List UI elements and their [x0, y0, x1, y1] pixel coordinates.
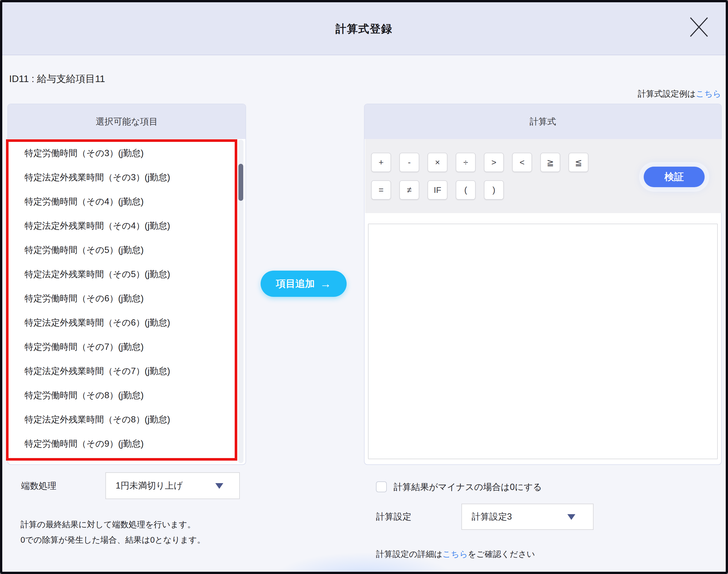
list-item[interactable]: 特定労働時間（その3）(j勤怠) [8, 141, 236, 165]
add-item-button[interactable]: 項目追加 → [261, 271, 347, 297]
formula-example-note: 計算式設定例はこちら [638, 88, 721, 100]
selectable-items-list: 特定労働時間（その3）(j勤怠)特定法定外残業時間（その3）(j勤怠)特定労働時… [8, 141, 236, 459]
operator-button-op0[interactable]: = [371, 180, 391, 200]
rounding-label: 端数処理 [21, 480, 56, 492]
list-scrollbar-thumb[interactable] [239, 164, 243, 201]
arrow-right-icon: → [320, 278, 331, 289]
list-item[interactable]: 特定法定外残業時間（その4）(j勤怠) [8, 214, 236, 238]
formula-example-text: 計算式設定例は [638, 89, 696, 98]
list-item[interactable]: 特定労働時間（その9）(j勤怠) [8, 432, 236, 456]
rounding-selected-value: 1円未満切り上げ [116, 473, 183, 498]
operator-button-op1[interactable]: - [399, 153, 419, 172]
dialog-body: 計算式登録 ID11 : 給与支給項目11 計算式設定例はこちら 選択可能な項目… [2, 2, 726, 572]
calc-setting-selected-value: 計算設定3 [472, 504, 512, 529]
operator-button-op4[interactable]: ) [484, 180, 504, 200]
page-title: 計算式登録 [2, 2, 726, 55]
list-item[interactable]: 特定労働時間（その7）(j勤怠) [8, 335, 236, 359]
operator-button-op2[interactable]: × [428, 153, 447, 172]
list-item[interactable]: 特定労働時間（その5）(j勤怠) [8, 238, 236, 262]
list-item[interactable]: 特定法定外残業時間（その3）(j勤怠) [8, 165, 236, 190]
formula-example-link[interactable]: こちら [696, 89, 721, 98]
detail-suffix: をご確認ください [468, 549, 535, 559]
list-item[interactable]: 特定法定外残業時間（その6）(j勤怠) [8, 311, 236, 335]
list-item[interactable]: 特定法定外残業時間（その7）(j勤怠) [8, 359, 236, 383]
add-item-label: 項目追加 [276, 277, 315, 290]
modal-window: 計算式登録 ID11 : 給与支給項目11 計算式設定例はこちら 選択可能な項目… [0, 0, 728, 574]
calc-setting-label: 計算設定 [376, 511, 411, 523]
operator-button-op3[interactable]: ÷ [456, 153, 476, 172]
chevron-down-icon [567, 514, 575, 520]
operator-button-op4[interactable]: > [484, 153, 504, 172]
rounding-note-line1: 計算の最終結果に対して端数処理を行います。 [20, 519, 196, 530]
operator-button-op0[interactable]: + [371, 153, 391, 172]
operator-button-op6[interactable]: ≧ [540, 153, 560, 172]
calc-setting-select[interactable]: 計算設定3 [461, 504, 594, 530]
operator-button-if[interactable]: IF [428, 180, 447, 200]
operator-button-op1[interactable]: ≠ [399, 180, 419, 200]
detail-prefix: 計算設定の詳細は [376, 549, 442, 559]
rounding-select[interactable]: 1円未満切り上げ [105, 472, 240, 499]
item-id-label: ID11 : 給与支給項目11 [9, 72, 105, 85]
chevron-down-icon [215, 483, 223, 489]
negative-zero-checkbox-label: 計算結果がマイナスの場合は0にする [394, 482, 542, 492]
list-item[interactable]: 特定法定外残業時間（その8）(j勤怠) [8, 407, 236, 432]
operator-button-op5[interactable]: < [512, 153, 532, 172]
list-item[interactable]: 特定労働時間（その4）(j勤怠) [8, 190, 236, 214]
verify-button[interactable]: 検証 [644, 167, 704, 187]
list-item[interactable]: 特定労働時間（その6）(j勤怠) [8, 286, 236, 311]
formula-input[interactable] [368, 223, 718, 459]
list-item[interactable]: 特定労働時間（その8）(j勤怠) [8, 383, 236, 407]
rounding-note-line2: 0での除算が発生した場合、結果は0となります。 [20, 534, 205, 546]
negative-zero-checkbox[interactable] [376, 482, 387, 492]
calc-setting-detail-note: 計算設定の詳細はこちらをご確認ください [376, 549, 535, 560]
formula-panel-header: 計算式 [365, 104, 721, 139]
list-item[interactable]: 特定法定外残業時間（その5）(j勤怠) [8, 262, 236, 286]
operator-button-op3[interactable]: ( [456, 180, 476, 200]
operator-button-op7[interactable]: ≦ [568, 153, 589, 172]
calc-setting-detail-link[interactable]: こちら [442, 549, 468, 559]
close-icon[interactable] [687, 15, 711, 39]
selectable-items-header: 選択可能な項目 [8, 104, 246, 139]
